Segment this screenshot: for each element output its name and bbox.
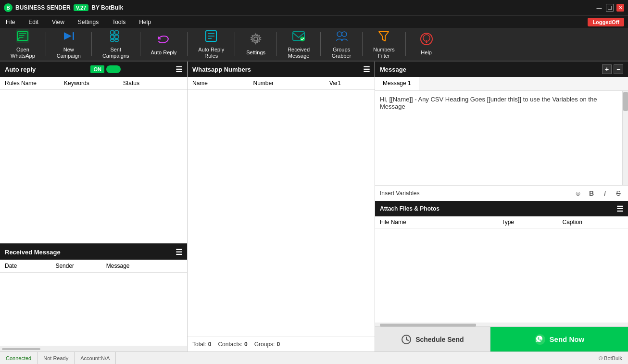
col-type: Type xyxy=(502,219,563,226)
svg-point-22 xyxy=(426,42,427,43)
toolbar-new-campaign[interactable]: NewCampaign xyxy=(50,26,88,62)
remove-message-button[interactable]: − xyxy=(614,64,623,74)
toolbar-new-campaign-label: NewCampaign xyxy=(57,47,81,59)
auto-reply-section: Auto reply ON ☰ Rules Name Keywords Stat… xyxy=(0,62,187,244)
toolbar-auto-reply[interactable]: Auto Reply xyxy=(144,29,184,59)
status-account: Account:N/A xyxy=(75,352,116,364)
message-textarea[interactable] xyxy=(375,91,628,185)
auto-reply-menu-icon[interactable]: ☰ xyxy=(176,65,182,74)
col-name: Name xyxy=(192,80,253,87)
attach-files-title: Attach Files & Photos xyxy=(380,205,440,212)
toolbar-divider-3 xyxy=(140,32,140,56)
send-now-button[interactable]: Send Now xyxy=(490,327,628,351)
status-not-ready: Not Ready xyxy=(38,352,75,364)
numbers-filter-icon xyxy=(377,29,390,45)
svg-rect-3 xyxy=(73,32,74,40)
toolbar-help[interactable]: Help xyxy=(410,29,443,59)
message-tabs: Message 1 xyxy=(375,77,628,91)
auto-reply-header: Auto reply ON ☰ xyxy=(0,62,187,77)
toolbar-divider-6 xyxy=(276,32,277,56)
menu-file[interactable]: File xyxy=(4,18,17,26)
total-stat: Total: 0 xyxy=(192,341,211,348)
title-left: B BUSINESS SENDER V.27 BY BotBulk xyxy=(4,3,123,12)
left-panel: Auto reply ON ☰ Rules Name Keywords Stat… xyxy=(0,62,188,351)
menu-edit[interactable]: Edit xyxy=(26,18,40,26)
toolbar-auto-reply-rules-label: Auto ReplyRules xyxy=(198,47,224,59)
total-val: 0 xyxy=(208,341,212,348)
menu-tools[interactable]: Tools xyxy=(110,18,127,26)
contacts-val: 0 xyxy=(244,341,248,348)
attach-files-header: Attach Files & Photos ☰ xyxy=(375,201,628,216)
send-now-label: Send Now xyxy=(550,335,585,343)
col-message-col: Message xyxy=(106,263,182,269)
groups-val: 0 xyxy=(276,341,280,348)
attach-files-menu-icon[interactable]: ☰ xyxy=(616,204,623,213)
svg-line-26 xyxy=(406,339,408,340)
svg-point-14 xyxy=(254,37,258,41)
scroll-indicator xyxy=(0,346,187,351)
insert-variables-bar: Insert Variables ☺ B I S xyxy=(375,185,628,201)
schedule-send-button[interactable]: Schedule Send xyxy=(375,327,490,351)
message-body xyxy=(375,91,628,185)
toolbar: OpenWhatsApp NewCampaign SentCampaigns xyxy=(0,28,628,62)
attach-columns: File Name Type Caption xyxy=(375,216,628,228)
svg-rect-6 xyxy=(111,35,114,38)
received-message-menu-icon[interactable]: ☰ xyxy=(176,248,182,257)
minimize-button[interactable]: — xyxy=(595,4,603,12)
toolbar-open-whatsapp[interactable]: OpenWhatsApp xyxy=(4,26,42,62)
toolbar-sent-campaigns[interactable]: SentCampaigns xyxy=(96,26,136,62)
message-scrollbar[interactable] xyxy=(622,91,628,185)
svg-rect-4 xyxy=(111,31,114,34)
bold-icon[interactable]: B xyxy=(587,188,596,198)
whatsapp-send-icon xyxy=(534,334,546,345)
numbers-footer: Total: 0 Contacts: 0 Groups: 0 xyxy=(188,337,375,351)
strikethrough-icon[interactable]: S xyxy=(614,188,623,198)
middle-right-wrapper: Whatsapp Numbers ☰ Name Number Var1 Tota… xyxy=(188,62,628,351)
svg-marker-2 xyxy=(64,32,72,40)
menu-settings[interactable]: Settings xyxy=(76,18,100,26)
title-bar: B BUSINESS SENDER V.27 BY BotBulk — ☐ ✕ xyxy=(0,0,628,15)
auto-reply-toggle[interactable]: ON xyxy=(90,65,121,73)
svg-rect-8 xyxy=(111,39,114,41)
col-number: Number xyxy=(253,80,329,87)
insert-variables-label[interactable]: Insert Variables xyxy=(380,190,419,197)
col-status: Status xyxy=(123,80,182,87)
whatsapp-numbers-menu-icon[interactable]: ☰ xyxy=(363,65,370,74)
svg-rect-5 xyxy=(115,31,118,34)
toolbar-auto-reply-rules[interactable]: Auto ReplyRules xyxy=(191,26,231,62)
toolbar-received-message[interactable]: ReceivedMessage xyxy=(281,26,316,62)
toolbar-settings[interactable]: Settings xyxy=(239,29,273,59)
whatsapp-numbers-title: Whatsapp Numbers xyxy=(192,66,251,73)
received-body xyxy=(0,273,187,346)
scrollbar-thumb xyxy=(623,92,628,111)
received-columns: Date Sender Message xyxy=(0,260,187,273)
numbers-body xyxy=(188,90,375,337)
col-keywords: Keywords xyxy=(64,80,123,87)
col-var1: Var1 xyxy=(329,80,370,87)
toolbar-sent-campaigns-label: SentCampaigns xyxy=(102,47,129,59)
italic-icon[interactable]: I xyxy=(600,188,610,198)
toolbar-numbers-filter-label: NumbersFilter xyxy=(373,47,395,59)
toolbar-numbers-filter[interactable]: NumbersFilter xyxy=(366,26,402,62)
groups-label: Groups: xyxy=(254,341,275,348)
status-bar: Connected Not Ready Account:N/A © BotBul… xyxy=(0,351,628,364)
attach-body xyxy=(375,228,628,323)
auto-reply-icon xyxy=(157,32,170,48)
groups-stat: Groups: 0 xyxy=(254,341,280,348)
close-button[interactable]: ✕ xyxy=(616,4,624,12)
toolbar-auto-reply-label: Auto Reply xyxy=(151,50,177,56)
col-sender: Sender xyxy=(55,263,106,269)
menu-view[interactable]: View xyxy=(50,18,66,26)
toolbar-groups-grabber[interactable]: GroupsGrabber xyxy=(325,26,358,62)
menu-help[interactable]: Help xyxy=(137,18,153,26)
maximize-button[interactable]: ☐ xyxy=(606,4,614,12)
received-message-title: Received Message xyxy=(5,249,61,256)
emoji-icon[interactable]: ☺ xyxy=(573,188,583,198)
add-message-button[interactable]: + xyxy=(602,64,612,74)
auto-reply-body xyxy=(0,90,187,243)
received-message-icon xyxy=(292,29,305,45)
logged-off-button[interactable]: LoggedOff xyxy=(588,18,624,26)
tab-message-1[interactable]: Message 1 xyxy=(375,77,419,90)
svg-point-18 xyxy=(342,32,347,37)
schedule-send-label: Schedule Send xyxy=(415,336,464,343)
